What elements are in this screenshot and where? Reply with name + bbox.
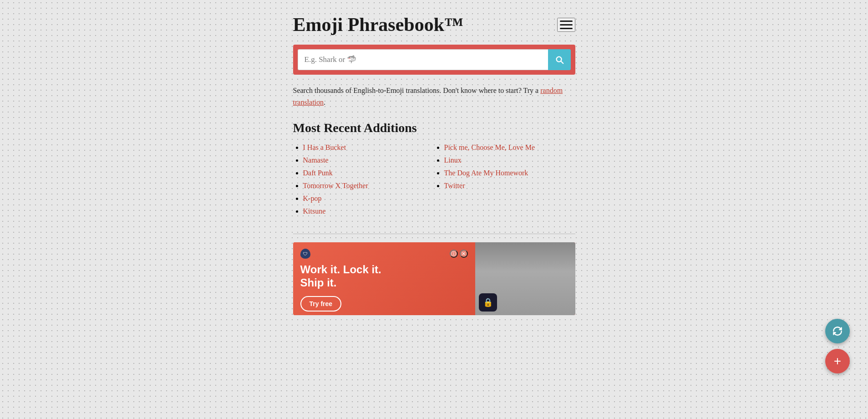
list-item-link[interactable]: The Dog Ate My Homework (444, 169, 528, 177)
list-item: K-pop (303, 194, 434, 203)
list-item: Twitter (444, 182, 575, 190)
list-item: The Dog Ate My Homework (444, 169, 575, 177)
recent-additions-list: I Has a BucketNamasteDaft PunkTomorrow X… (293, 143, 575, 220)
section-divider (293, 234, 575, 234)
list-item: Tomorrow X Together (303, 182, 434, 190)
list-item-link[interactable]: K-pop (303, 194, 322, 202)
ad-app-icon: 🔒 (479, 293, 497, 312)
ad-headline: Work it. Lock it. Ship it. (300, 263, 468, 290)
list-item-link[interactable]: Daft Punk (303, 169, 333, 177)
ad-close-button[interactable]: ✕ (460, 250, 468, 258)
list-item-link[interactable]: Linux (444, 156, 462, 164)
list-item: Pick me, Choose Me, Love Me (444, 143, 575, 152)
list-item: Kitsune (303, 207, 434, 215)
refresh-button[interactable] (825, 319, 850, 343)
list-item: Namaste (303, 156, 434, 164)
hamburger-line-1 (560, 20, 573, 22)
hamburger-line-3 (560, 28, 573, 29)
right-list: Pick me, Choose Me, Love MeLinuxThe Dog … (434, 143, 575, 190)
add-button[interactable]: + (825, 349, 850, 373)
list-item-link[interactable]: Pick me, Choose Me, Love Me (444, 143, 535, 151)
ad-content: 🛡 ⓘ ✕ Work it. Lock it. Ship it. Try fre… (293, 242, 475, 315)
page-wrapper: Emoji Phrasebook™ Search thousands of En… (284, 0, 584, 342)
list-item: Linux (444, 156, 575, 164)
ad-shield-icon: 🛡 (300, 249, 310, 259)
ad-controls: ⓘ ✕ (450, 250, 468, 258)
list-item-link[interactable]: Namaste (303, 156, 329, 164)
refresh-icon (832, 325, 843, 337)
list-column-left: I Has a BucketNamasteDaft PunkTomorrow X… (293, 143, 434, 220)
ad-cta-button[interactable]: Try free (300, 296, 342, 312)
search-button[interactable] (548, 49, 571, 70)
list-item-link[interactable]: I Has a Bucket (303, 143, 346, 151)
ad-screenshot-inner: 🔒 (475, 242, 575, 315)
description-text: Search thousands of English-to-Emoji tra… (293, 85, 575, 108)
list-column-right: Pick me, Choose Me, Love MeLinuxThe Dog … (434, 143, 575, 220)
hamburger-line-2 (560, 24, 573, 26)
ad-screenshot: 🔒 (475, 242, 575, 315)
list-item-link[interactable]: Twitter (444, 182, 465, 189)
site-title: Emoji Phrasebook™ (293, 14, 464, 36)
search-row (298, 49, 571, 70)
description-before-link: Search thousands of English-to-Emoji tra… (293, 87, 541, 94)
left-list: I Has a BucketNamasteDaft PunkTomorrow X… (293, 143, 434, 215)
list-item: I Has a Bucket (303, 143, 434, 152)
search-icon (554, 55, 564, 65)
list-item-link[interactable]: Tomorrow X Together (303, 182, 368, 189)
search-wrapper (293, 45, 575, 75)
ad-top-bar: 🛡 ⓘ ✕ (300, 249, 468, 259)
floating-buttons: + (825, 319, 850, 373)
list-item-link[interactable]: Kitsune (303, 207, 326, 215)
description-after-link: . (324, 98, 325, 106)
list-item: Daft Punk (303, 169, 434, 177)
site-header: Emoji Phrasebook™ (293, 14, 575, 36)
search-input[interactable] (298, 49, 548, 70)
advertisement: 🛡 ⓘ ✕ Work it. Lock it. Ship it. Try fre… (293, 242, 575, 315)
ad-info-button[interactable]: ⓘ (450, 250, 458, 258)
recent-section-title: Most Recent Additions (293, 121, 575, 135)
menu-button[interactable] (557, 18, 575, 32)
plus-icon: + (834, 355, 841, 368)
